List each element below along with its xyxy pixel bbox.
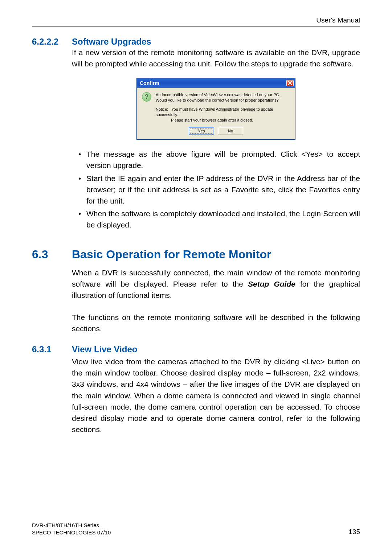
dialog-message: An Incompatible version of VideoViewer.o…	[156, 92, 280, 103]
heading-6-3: 6.3 Basic Operation for Remote Monitor	[32, 248, 360, 261]
heading-title: Basic Operation for Remote Monitor	[72, 248, 271, 261]
yes-rest: es	[201, 128, 205, 134]
dialog-notice: Notice: You must have Windows Administra…	[156, 107, 290, 123]
heading-number: 6.3	[32, 248, 72, 261]
company-label: SPECO TECHNOLOGIES 07/10	[32, 529, 111, 536]
list-item: When the software is completely download…	[86, 208, 360, 230]
heading-6-2-2-2: 6.2.2.2 Software Upgrades	[32, 37, 360, 47]
section-6222-intro: If a new version of the remote monitorin…	[72, 47, 360, 69]
list-item-text: Start the IE again and enter the IP addr…	[86, 174, 360, 205]
paragraph-text: View live video from the cameras attache…	[72, 357, 360, 433]
page: User's Manual 6.2.2.2 Software Upgrades …	[0, 0, 392, 554]
paragraph: When a DVR is successfully connected, th…	[72, 267, 360, 301]
yes-accel: Y	[198, 128, 201, 134]
dialog-message-line2: Would you like to download the correct v…	[156, 98, 280, 103]
yes-button[interactable]: Yes	[189, 127, 214, 135]
paragraph-text: The functions on the remote monitoring s…	[72, 313, 360, 333]
confirm-dialog-figure: Confirm ? An Incompatible version of Vid…	[72, 78, 360, 140]
doc-title: User's Manual	[32, 16, 360, 26]
page-number: 135	[348, 528, 360, 536]
page-footer: DVR-4TH/8TH/16TH Series SPECO TECHNOLOGI…	[32, 522, 360, 536]
no-button[interactable]: No	[218, 127, 243, 135]
notice-label: Notice:	[156, 107, 168, 111]
header-area: User's Manual	[32, 16, 360, 26]
dialog-message-line1: An Incompatible version of VideoViewer.o…	[156, 92, 280, 98]
paragraph: The functions on the remote monitoring s…	[72, 312, 360, 334]
heading-title: View Live Video	[72, 344, 138, 354]
dialog-titlebar: Confirm	[137, 78, 295, 88]
section-631-body: View live video from the cameras attache…	[72, 356, 360, 435]
confirm-dialog: Confirm ? An Incompatible version of Vid…	[136, 78, 295, 140]
footer-left: DVR-4TH/8TH/16TH Series SPECO TECHNOLOGI…	[32, 522, 111, 536]
question-icon: ?	[142, 92, 151, 102]
no-accel: N	[228, 128, 231, 134]
dialog-title-text: Confirm	[140, 80, 159, 86]
setup-guide-emphasis: Setup Guide	[248, 280, 295, 288]
list-item-text: The message as the above figure will be …	[86, 150, 360, 169]
no-rest: o	[231, 128, 233, 134]
close-icon[interactable]	[286, 80, 294, 86]
series-label: DVR-4TH/8TH/16TH Series	[32, 522, 111, 529]
list-item: The message as the above figure will be …	[86, 148, 360, 171]
heading-number: 6.2.2.2	[32, 37, 72, 47]
notice-line1: You must have Windows Administrator priv…	[156, 107, 273, 117]
section-6222-bullets: The message as the above figure will be …	[72, 148, 360, 230]
list-item: Start the IE again and enter the IP addr…	[86, 173, 360, 206]
heading-6-3-1: 6.3.1 View Live Video	[32, 344, 360, 354]
section-63-body: When a DVR is successfully connected, th…	[72, 267, 360, 334]
heading-title: Software Upgrades	[72, 37, 151, 47]
notice-line2: Please start your browser again after it…	[156, 118, 290, 123]
dialog-button-row: Yes No	[142, 127, 290, 135]
paragraph-text: If a new version of the remote monitorin…	[72, 48, 360, 68]
dialog-body: ? An Incompatible version of VideoViewer…	[137, 88, 295, 139]
header-rule	[32, 26, 360, 26]
heading-number: 6.3.1	[32, 344, 72, 354]
list-item-text: When the software is completely download…	[86, 209, 360, 229]
